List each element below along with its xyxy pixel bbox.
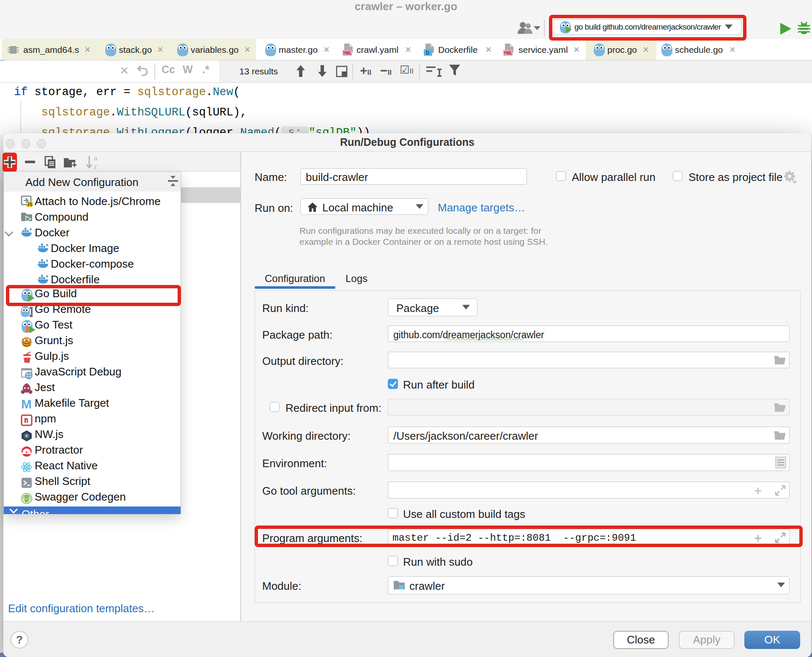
svg-text:JS: JS bbox=[27, 202, 32, 207]
svg-text:z: z bbox=[94, 163, 97, 170]
svg-text:a: a bbox=[94, 155, 98, 162]
svg-text:YML: YML bbox=[343, 51, 351, 55]
svg-text:D: D bbox=[426, 50, 430, 56]
svg-text:YML: YML bbox=[503, 51, 512, 55]
svg-text:{··}: {··} bbox=[23, 496, 30, 502]
